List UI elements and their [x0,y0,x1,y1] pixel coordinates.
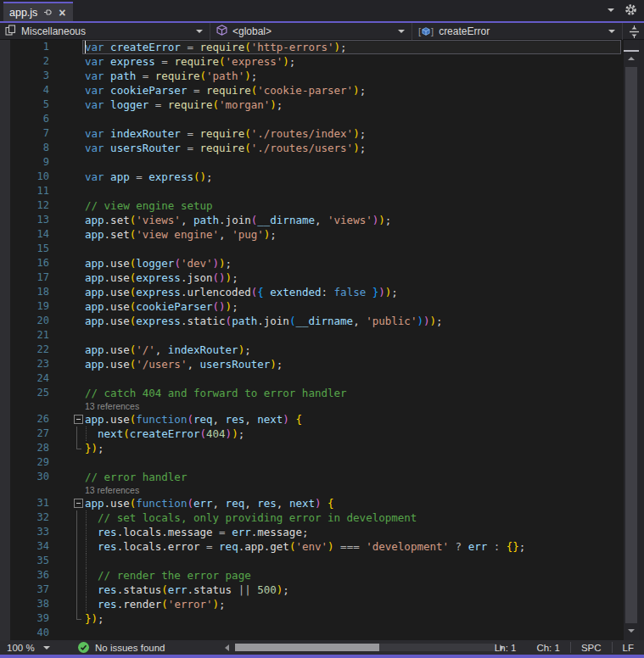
code-line[interactable]: 17app.use(express.json()); [0,270,624,285]
code-line[interactable]: 40 [0,626,624,640]
code-line[interactable]: 6 [0,112,624,126]
code-text[interactable]: // set locals, only providing error in d… [85,510,624,525]
code-text[interactable]: var indexRouter = require('./routes/inde… [85,126,624,141]
code-line[interactable]: 32 // set locals, only providing error i… [0,510,624,525]
code-text[interactable] [85,455,624,470]
code-text[interactable]: app.use(express.json()); [85,270,624,285]
code-text[interactable]: app.use(express.static(path.join(__dirna… [85,314,624,328]
code-text[interactable] [85,328,624,343]
project-dropdown[interactable]: Miscellaneous [0,23,210,40]
code-text[interactable]: app.use(function(req, res, next) { [85,412,624,427]
code-line[interactable]: 16app.use(logger('dev')); [0,256,624,270]
code-line[interactable]: 9 [0,155,624,170]
code-line[interactable]: 11 [0,184,624,198]
horizontal-scrollbar-thumb[interactable] [235,644,379,651]
zoom-level-dropdown[interactable]: 100 % [0,640,56,655]
code-text[interactable]: app.use('/', indexRouter); [85,343,624,357]
code-line[interactable]: 33 res.locals.message = err.message; [0,525,624,539]
code-text[interactable]: res.locals.error = req.app.get('env') ==… [85,539,624,554]
code-text[interactable] [85,242,624,256]
vertical-scrollbar-thumb[interactable] [625,67,637,623]
code-text[interactable]: // catch 404 and forward to error handle… [85,386,624,400]
code-text[interactable]: res.render('error'); [85,597,624,611]
fold-collapse-icon[interactable] [74,499,83,508]
code-line[interactable]: 1var createError = require('http-errors'… [0,40,624,54]
code-line[interactable]: 28}); [0,441,624,455]
code-text[interactable]: }); [85,611,624,626]
code-line[interactable]: 2var express = require('express'); [0,54,624,69]
code-line[interactable]: 21 [0,328,624,343]
tab-appjs[interactable]: app.js × [3,2,73,21]
code-text[interactable]: var createError = require('http-errors')… [85,40,624,54]
code-text[interactable]: app.use(logger('dev')); [85,256,624,270]
code-text[interactable]: res.locals.message = err.message; [85,525,624,539]
code-line[interactable]: 30// error handler [0,470,624,484]
scope-dropdown[interactable]: <global> [211,23,412,40]
tab-overflow-chevron-icon[interactable] [608,8,614,12]
line-indicator[interactable]: Ln: 1 [484,640,527,655]
code-text[interactable]: var cookieParser = require('cookie-parse… [85,83,624,98]
code-text[interactable]: var app = express(); [85,170,624,184]
split-editor-button[interactable] [624,23,644,40]
code-text[interactable]: var logger = require('morgan'); [85,98,624,112]
code-line[interactable]: 7var indexRouter = require('./routes/ind… [0,126,624,141]
scroll-down-icon[interactable] [628,629,635,633]
code-text[interactable]: }); [85,441,624,455]
code-line[interactable]: 39}); [0,611,624,626]
scroll-left-icon[interactable] [225,644,229,651]
code-line[interactable]: 36 // render the error page [0,568,624,583]
insert-mode-indicator[interactable]: SPC [571,640,612,655]
code-line[interactable]: 38 res.render('error'); [0,597,624,611]
scroll-up-icon[interactable] [628,57,635,60]
code-text[interactable]: var express = require('express'); [85,54,624,69]
code-line[interactable]: 14app.set('view engine', 'pug'); [0,227,624,242]
code-text[interactable]: res.status(err.status || 500); [85,583,624,597]
codelens-references[interactable]: 13 references [85,485,139,495]
gear-icon[interactable] [624,3,637,20]
code-text[interactable] [85,554,624,568]
code-text[interactable] [85,626,624,640]
code-text[interactable]: app.use(express.urlencoded({ extended: f… [85,285,624,299]
code-text[interactable]: app.use(cookieParser()); [85,299,624,314]
code-line[interactable]: 29 [0,455,624,470]
code-text[interactable]: 13 references [85,400,624,412]
code-text[interactable] [85,155,624,170]
code-line[interactable]: 12// view engine setup [0,198,624,213]
splitter-grip[interactable] [624,50,639,52]
column-indicator[interactable]: Ch: 1 [526,640,570,655]
member-dropdown[interactable]: [ ] createError [413,23,623,40]
code-text[interactable] [85,371,624,386]
code-line[interactable]: 18app.use(express.urlencoded({ extended:… [0,285,624,299]
code-text[interactable]: next(createError(404)); [85,427,624,441]
code-line[interactable]: 37 res.status(err.status || 500); [0,583,624,597]
code-line[interactable]: 5var logger = require('morgan'); [0,98,624,112]
code-line[interactable]: 19app.use(cookieParser()); [0,299,624,314]
issues-indicator[interactable]: No issues found [78,640,165,655]
code-line[interactable]: 22app.use('/', indexRouter); [0,343,624,357]
code-text[interactable]: // render the error page [85,568,624,583]
code-text[interactable]: 13 references [85,484,624,496]
vertical-scrollbar[interactable] [624,40,639,640]
horizontal-scrollbar[interactable] [235,644,496,651]
code-text[interactable]: app.use('/users', usersRouter); [85,357,624,371]
code-line[interactable]: 34 res.locals.error = req.app.get('env')… [0,539,624,554]
code-line[interactable]: 31app.use(function(err, req, res, next) … [0,496,624,510]
code-line[interactable]: 8var usersRouter = require('./routes/use… [0,141,624,155]
code-line[interactable]: 27 next(createError(404)); [0,427,624,441]
code-line[interactable]: 26app.use(function(req, res, next) { [0,412,624,427]
codelens-references[interactable]: 13 references [85,401,139,411]
fold-margin[interactable] [54,412,85,427]
code-text[interactable]: var usersRouter = require('./routes/user… [85,141,624,155]
code-line[interactable]: 15 [0,242,624,256]
code-text[interactable] [85,112,624,126]
code-text[interactable]: var path = require('path'); [85,69,624,83]
pin-icon[interactable] [43,8,53,17]
codelens-row[interactable]: 13 references [0,484,624,496]
code-line[interactable]: 3var path = require('path'); [0,69,624,83]
code-line[interactable]: 35 [0,554,624,568]
code-line[interactable]: 25// catch 404 and forward to error hand… [0,386,624,400]
code-text[interactable]: app.set('views', path.join(__dirname, 'v… [85,213,624,227]
code-line[interactable]: 4var cookieParser = require('cookie-pars… [0,83,624,98]
code-line[interactable]: 20app.use(express.static(path.join(__dir… [0,314,624,328]
codelens-row[interactable]: 13 references [0,400,624,412]
